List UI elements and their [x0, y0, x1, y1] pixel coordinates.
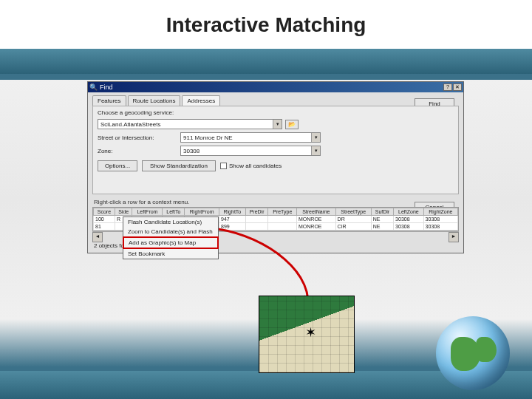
cell: 30308 — [394, 223, 423, 231]
tab-route-locations[interactable]: Route Locations — [128, 95, 181, 106]
show-all-label: Show all candidates — [229, 163, 282, 169]
service-label: Choose a geocoding service: — [98, 109, 177, 116]
show-all-checkbox[interactable]: Show all candidates — [220, 163, 282, 169]
col-score[interactable]: Score — [94, 208, 115, 216]
tab-strip: Features Route Locations Addresses — [88, 92, 463, 106]
address-panel: Choose a geocoding service: SciLand.Atla… — [92, 106, 459, 194]
chevron-down-icon[interactable]: ▾ — [311, 146, 320, 155]
cell: 100 — [94, 216, 115, 223]
zone-input[interactable]: 30308 ▾ — [180, 146, 321, 156]
col-side[interactable]: Side — [115, 208, 132, 216]
tab-addresses[interactable]: Addresses — [182, 95, 220, 106]
menu-zoom-flash[interactable]: Zoom to Candidate(s) and Flash — [123, 227, 218, 236]
cell — [245, 223, 268, 231]
cell: MONROE — [297, 223, 336, 231]
context-hint: Right-click a row for a context menu. — [94, 199, 457, 205]
col-streettype[interactable]: StreetType — [335, 208, 371, 216]
street-value: 911 Monroe Dr NE — [183, 134, 233, 141]
cell: 30308 — [423, 223, 457, 231]
zone-value: 30308 — [183, 148, 200, 154]
find-dialog: 🔍 Find ? ✕ Features Route Locations Addr… — [87, 81, 464, 253]
slide-title: Interactive Matching — [0, 13, 532, 37]
menu-flash[interactable]: Flash Candidate Location(s) — [123, 217, 218, 227]
col-predir[interactable]: PreDir — [245, 208, 268, 216]
col-rightto[interactable]: RightTo — [219, 208, 246, 216]
cell — [245, 216, 268, 223]
window-title: Find — [100, 83, 113, 91]
chevron-down-icon[interactable]: ▾ — [311, 133, 320, 142]
titlebar[interactable]: 🔍 Find ? ✕ — [88, 82, 463, 92]
col-leftto[interactable]: LeftTo — [163, 208, 185, 216]
zone-label: Zone: — [98, 148, 177, 154]
cell: 81 — [94, 223, 115, 231]
window-icon: 🔍 — [89, 83, 98, 91]
cell: MONROE — [297, 216, 336, 223]
cell: 30308 — [394, 216, 423, 223]
cell: NE — [371, 223, 393, 231]
header-bar — [0, 49, 532, 74]
show-standardization-button[interactable]: Show Standardization — [142, 160, 216, 171]
close-button[interactable]: ✕ — [453, 83, 462, 91]
cell: NE — [371, 216, 393, 223]
chevron-down-icon[interactable]: ▾ — [273, 120, 282, 129]
context-menu: Flash Candidate Location(s) Zoom to Cand… — [123, 216, 219, 259]
map-thumbnail: ✶ — [259, 296, 355, 373]
cell: CIR — [335, 223, 371, 231]
street-label: Street or Intersection: — [98, 134, 177, 141]
cell — [268, 216, 297, 223]
col-rightfrom[interactable]: RightFrom — [185, 208, 219, 216]
service-combo[interactable]: SciLand.AtlantaStreets ▾ — [98, 119, 282, 129]
cell: 899 — [219, 223, 246, 231]
col-sufdir[interactable]: SufDir — [371, 208, 393, 216]
col-leftzone[interactable]: LeftZone — [394, 208, 423, 216]
map-pin-icon: ✶ — [305, 324, 316, 341]
cell — [268, 223, 297, 231]
menu-set-bookmark[interactable]: Set Bookmark — [123, 249, 218, 259]
col-leftfrom[interactable]: LeftFrom — [132, 208, 163, 216]
browse-button[interactable]: 📂 — [285, 120, 299, 129]
street-input[interactable]: 911 Monroe Dr NE ▾ — [180, 132, 321, 143]
col-pretype[interactable]: PreType — [268, 208, 297, 216]
cell: DR — [335, 216, 371, 223]
menu-add-graphic[interactable]: Add as Graphic(s) to Map — [123, 236, 219, 249]
globe-decor — [436, 316, 510, 390]
cell: 30308 — [423, 216, 457, 223]
tab-features[interactable]: Features — [92, 95, 126, 106]
col-rightzone[interactable]: RightZone — [423, 208, 457, 216]
col-streetname[interactable]: StreetName — [297, 208, 336, 216]
service-value: SciLand.AtlantaStreets — [100, 121, 160, 128]
candidates-grid[interactable]: Score Side LeftFrom LeftTo RightFrom Rig… — [92, 207, 459, 231]
cell: 947 — [219, 216, 246, 223]
options-button[interactable]: Options... — [98, 160, 137, 171]
help-button[interactable]: ? — [443, 83, 452, 91]
